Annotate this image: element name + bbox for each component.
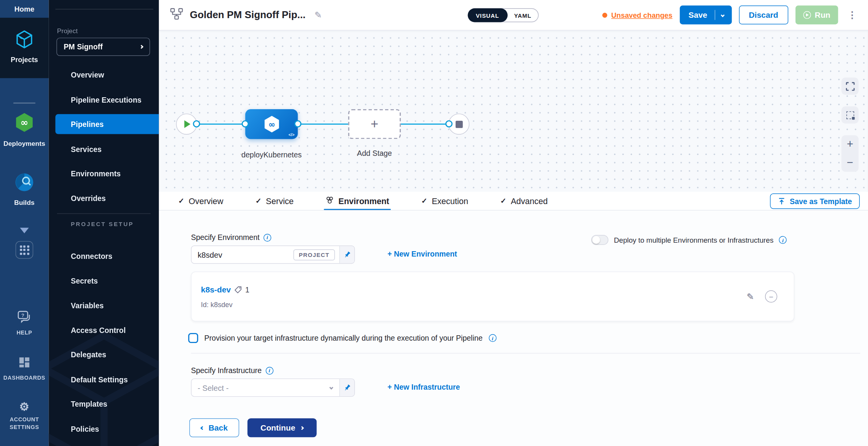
sidebar-item-connectors[interactable]: Connectors [49,244,159,269]
sidebar-item-default-settings[interactable]: Default Settings [49,367,159,392]
provision-row: Provision your target infrastructure dyn… [188,333,496,343]
sidebar-item-label: Access Control [71,326,126,335]
multi-env-toggle-label: Deploy to multiple Environments or Infra… [614,236,774,244]
pin-infrastructure-button[interactable] [339,379,354,396]
svg-text:∞: ∞ [20,117,28,128]
sidebar-item-label: Policies [71,425,99,434]
rail-item-deployments[interactable]: ∞ Deployments [3,112,45,147]
sidebar-item-secrets[interactable]: Secrets [49,269,159,294]
environment-tab-content: Specify Environment i k8sdev PROJECT [159,211,868,446]
port-stage-in[interactable] [242,120,249,128]
sidebar-item-templates[interactable]: Templates [49,392,159,417]
run-button[interactable]: Run [796,5,838,24]
port-start-out[interactable] [193,120,200,128]
multi-env-toggle[interactable] [591,235,609,245]
sidebar-item-overview[interactable]: Overview [49,63,159,88]
remove-environment-icon[interactable]: − [765,291,777,303]
rail-item-projects[interactable]: Projects [0,18,49,78]
chevron-right-icon [140,45,143,49]
port-stage-out[interactable] [294,120,301,128]
sidebar-item-policies[interactable]: Policies [49,417,159,442]
sidebar-item-delegates[interactable]: Delegates [49,343,159,368]
sidebar-item-environments[interactable]: Environments [49,161,159,186]
environment-card: k8s-dev 1 Id: k8sdev ✎ − [191,272,794,321]
gear-icon: ⚙ [19,401,29,412]
continue-button[interactable]: Continue [247,418,317,437]
check-icon: ✓ [178,197,184,205]
stage-node-deploy-kubernetes[interactable]: ∞ </> [245,109,298,139]
save-dropdown-button[interactable] [721,14,732,16]
canvas-zoom-controls: + − [841,78,859,172]
specify-environment-text: Specify Environment [191,233,259,242]
info-icon[interactable]: i [779,236,787,244]
app-root: Home Projects ∞ Deployments [0,0,868,446]
scope-badge: PROJECT [293,249,335,260]
check-icon: ✓ [256,197,262,205]
edit-environment-pencil-icon[interactable]: ✎ [747,291,754,302]
edit-title-pencil-icon[interactable]: ✎ [315,10,322,20]
add-stage-button[interactable]: + [348,109,400,139]
tab-advanced[interactable]: ✓ Advanced [500,192,548,210]
pipeline-canvas[interactable]: ∞ </> + deployKubernetes Add Stage [159,30,868,192]
pin-environment-button[interactable] [339,246,354,264]
project-selector[interactable]: PM Signoff [56,38,150,56]
chevron-down-rail-icon[interactable] [20,228,29,233]
infrastructure-select-field[interactable]: - Select - [191,378,355,397]
info-icon[interactable]: i [266,367,273,374]
sidebar-item-label: Environments [71,169,121,178]
sidebar-item-label: Connectors [71,252,113,260]
sidebar-item-access-control[interactable]: Access Control [49,318,159,343]
sidebar-item-pipelines[interactable]: Pipelines [56,114,159,134]
sidebar-item-label: Overview [71,71,104,79]
module-grid-button[interactable] [15,241,33,259]
play-icon [803,11,811,19]
fit-to-screen-button[interactable] [841,78,859,95]
fit-view-icon [846,82,855,91]
builds-icon [14,172,35,194]
discard-button[interactable]: Discard [739,5,788,24]
edge-start-to-stage [197,123,245,125]
check-icon: ✓ [421,197,427,205]
rail-item-dashboards[interactable]: DASHBOARDS [3,356,45,381]
chevron-left-icon [200,426,204,430]
dashboards-label: DASHBOARDS [3,374,45,381]
rail-item-home[interactable]: Home [0,0,49,18]
unsaved-changes-link[interactable]: Unsaved changes [602,11,673,19]
sidebar-item-label: Services [71,145,102,154]
new-infrastructure-link[interactable]: + New Infrastructure [387,383,460,391]
sidebar-item-services[interactable]: Services [49,137,159,162]
module-rail: Home Projects ∞ Deployments [0,0,49,446]
help-icon: ? [17,310,32,325]
rail-item-builds[interactable]: Builds [14,172,35,206]
tab-environment[interactable]: Environment [326,192,389,210]
info-icon[interactable]: i [489,334,496,342]
tab-overview[interactable]: ✓ Overview [178,192,223,210]
kebab-menu-icon[interactable]: ⋮ [845,9,859,21]
stage-tabs-bar: ✓ Overview ✓ Service Environment ✓ [159,192,868,211]
toggle-yaml[interactable]: YAML [507,12,538,19]
environment-name-link[interactable]: k8s-dev [201,286,231,294]
tab-service[interactable]: ✓ Service [256,192,294,210]
tab-execution[interactable]: ✓ Execution [421,192,468,210]
zoom-in-button[interactable]: + [841,135,859,153]
rail-item-account-settings[interactable]: ⚙ ACCOUNT SETTINGS [0,401,49,431]
zoom-out-button[interactable]: − [841,154,859,172]
rail-item-help[interactable]: ? HELP [17,310,32,336]
environment-select-field[interactable]: k8sdev PROJECT [191,245,355,264]
marquee-select-button[interactable] [841,106,859,124]
back-button[interactable]: Back [189,418,239,437]
save-button[interactable]: Save [680,5,732,24]
port-end-in[interactable] [445,120,453,128]
sidebar-top-divider [56,9,153,9]
provision-checkbox[interactable] [188,333,198,343]
sidebar-item-overrides[interactable]: Overrides [49,186,159,211]
sidebar-item-variables[interactable]: Variables [49,293,159,318]
new-environment-link[interactable]: + New Environment [387,250,457,258]
toggle-visual[interactable]: VISUAL [468,8,508,22]
sidebar-item-pipeline-executions[interactable]: Pipeline Executions [49,88,159,113]
tab-label: Service [266,196,294,205]
tab-label: Advanced [511,196,548,205]
grid-icon [20,245,29,255]
save-as-template-button[interactable]: Save as Template [770,193,860,209]
info-icon[interactable]: i [263,233,271,241]
